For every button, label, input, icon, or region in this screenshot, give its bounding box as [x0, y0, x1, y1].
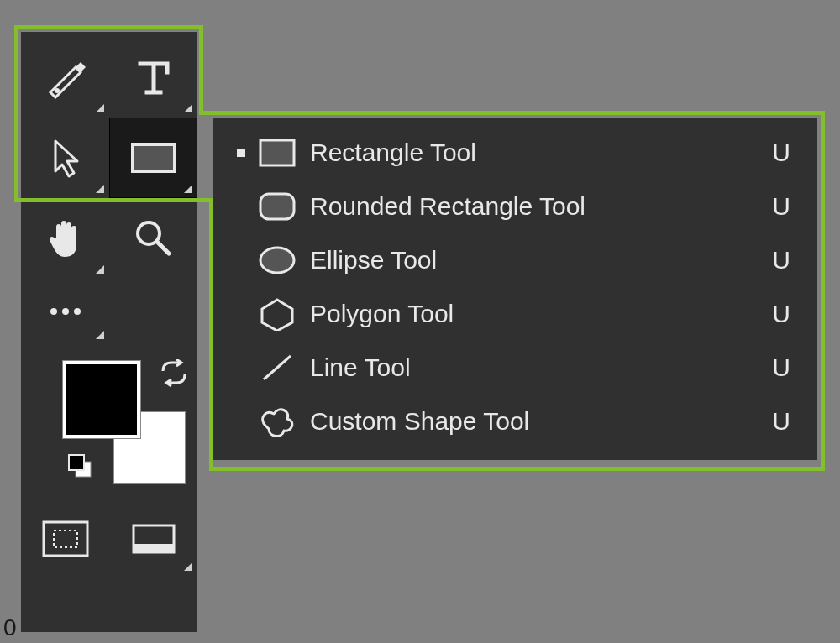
rounded-rectangle-icon: [251, 191, 303, 222]
pen-icon: [44, 55, 87, 99]
flyout-shortcut: U: [764, 139, 790, 167]
selected-dot-icon: [231, 149, 251, 157]
path-selection-tool[interactable]: [21, 118, 109, 198]
tools-panel: [21, 32, 197, 632]
flyout-label: Polygon Tool: [303, 300, 764, 328]
flyout-shortcut: U: [764, 192, 790, 221]
svg-point-6: [74, 308, 81, 315]
flyout-item-rounded-rectangle[interactable]: Rounded Rectangle Tool U: [213, 180, 817, 233]
type-icon: [132, 55, 176, 99]
svg-rect-9: [44, 522, 87, 556]
svg-point-4: [50, 308, 57, 315]
flyout-item-polygon[interactable]: Polygon Tool U: [213, 287, 817, 341]
ellipse-icon: [251, 244, 303, 276]
svg-rect-8: [69, 455, 84, 470]
svg-rect-10: [54, 531, 77, 547]
highlight-edge: [199, 111, 824, 115]
shape-tool-flyout: Rectangle Tool U Rounded Rectangle Tool …: [213, 118, 817, 460]
flyout-label: Rounded Rectangle Tool: [303, 192, 764, 221]
quick-mask-tool[interactable]: [21, 502, 109, 576]
flyout-label: Ellipse Tool: [303, 246, 764, 274]
flyout-label: Custom Shape Tool: [303, 407, 764, 436]
svg-rect-12: [134, 544, 174, 552]
flyout-shortcut: U: [764, 300, 790, 328]
highlight-edge: [14, 25, 18, 201]
svg-rect-13: [260, 140, 294, 165]
custom-shape-icon: [251, 404, 303, 439]
zoom-tool[interactable]: [109, 198, 197, 279]
svg-point-5: [62, 308, 69, 315]
highlight-edge: [14, 25, 202, 29]
flyout-indicator-icon: [96, 265, 104, 274]
flyout-item-line[interactable]: Line Tool U: [213, 341, 817, 395]
flyout-item-rectangle[interactable]: Rectangle Tool U: [213, 126, 817, 180]
svg-marker-16: [262, 300, 292, 331]
color-swatches: [21, 344, 197, 487]
empty-slot: [109, 279, 197, 344]
svg-point-0: [55, 88, 60, 93]
svg-point-15: [260, 248, 294, 273]
svg-line-17: [264, 356, 291, 379]
highlight-edge: [14, 198, 213, 202]
flyout-indicator-icon: [96, 331, 104, 339]
flyout-indicator-icon: [96, 104, 104, 112]
flyout-item-ellipse[interactable]: Ellipse Tool U: [213, 233, 817, 287]
screen-mode-icon: [130, 520, 177, 557]
swap-colors[interactable]: [160, 359, 183, 383]
screen-mode-tool[interactable]: [109, 502, 197, 576]
flyout-label: Rectangle Tool: [303, 139, 764, 167]
flyout-shortcut: U: [764, 407, 790, 436]
quick-mask-icon: [42, 520, 89, 557]
pen-tool[interactable]: [21, 37, 109, 118]
flyout-indicator-icon: [184, 104, 192, 112]
highlight-edge: [209, 198, 213, 470]
rectangle-tool[interactable]: [109, 118, 197, 198]
rectangle-icon: [128, 138, 180, 178]
flyout-shortcut: U: [764, 246, 790, 274]
line-icon: [251, 351, 303, 384]
magnifier-icon: [132, 217, 176, 260]
flyout-item-custom-shape[interactable]: Custom Shape Tool U: [213, 395, 817, 448]
svg-line-3: [157, 242, 169, 254]
default-colors[interactable]: [67, 453, 92, 478]
type-tool[interactable]: [109, 37, 197, 118]
polygon-icon: [251, 297, 303, 331]
highlight-edge: [209, 467, 825, 471]
foreground-color[interactable]: [63, 361, 140, 438]
ruler-origin: 0: [0, 613, 20, 643]
ellipsis-icon: [49, 305, 82, 318]
highlight-edge: [199, 25, 203, 114]
hand-icon: [45, 217, 87, 260]
highlight-edge: [821, 111, 825, 470]
svg-rect-14: [260, 194, 294, 219]
flyout-indicator-icon: [184, 185, 192, 193]
flyout-indicator-icon: [184, 562, 192, 571]
hand-tool[interactable]: [21, 198, 109, 279]
flyout-label: Line Tool: [303, 353, 764, 382]
rectangle-icon: [251, 137, 303, 169]
flyout-indicator-icon: [96, 185, 104, 193]
flyout-shortcut: U: [764, 353, 790, 382]
svg-rect-1: [133, 144, 175, 171]
arrow-icon: [45, 136, 86, 180]
edit-toolbar[interactable]: [21, 279, 109, 344]
